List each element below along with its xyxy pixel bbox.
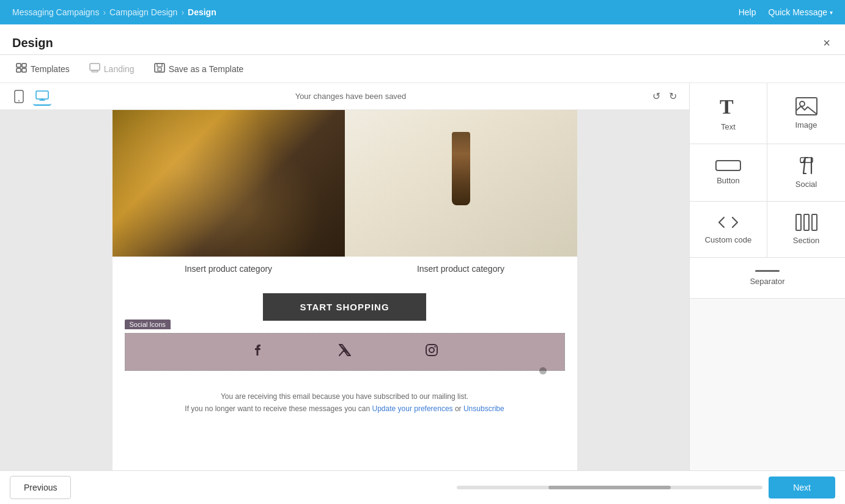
button-label: Button bbox=[717, 176, 740, 185]
social-icon bbox=[798, 156, 815, 175]
custom-code-label: Custom code bbox=[705, 235, 752, 244]
breadcrumb-campaign[interactable]: Campaign Design bbox=[109, 7, 177, 17]
section-label: Section bbox=[793, 236, 819, 245]
next-button[interactable]: Next bbox=[769, 477, 835, 499]
separator-label: Separator bbox=[750, 277, 784, 286]
desktop-view-button[interactable] bbox=[33, 87, 51, 106]
product-col-1: Insert product category bbox=[113, 110, 345, 281]
svg-rect-17 bbox=[716, 161, 740, 170]
cta-section: START SHOPPING bbox=[113, 281, 577, 333]
panel-item-social[interactable]: Social bbox=[767, 144, 845, 202]
svg-rect-0 bbox=[17, 64, 21, 67]
save-template-label: Save as a Template bbox=[169, 64, 244, 74]
quick-message-arrow-icon: ▾ bbox=[830, 9, 833, 16]
landing-label: Landing bbox=[104, 64, 135, 74]
previous-button[interactable]: Previous bbox=[10, 476, 71, 499]
svg-rect-7 bbox=[158, 68, 161, 71]
text-label: Text bbox=[721, 122, 736, 131]
top-navigation: Messaging Campaigns › Campaign Design › … bbox=[0, 0, 845, 24]
mobile-view-button[interactable] bbox=[10, 87, 28, 106]
content-area: Your changes have been saved ↺ ↻ Insert … bbox=[0, 83, 845, 470]
design-header: Design × bbox=[0, 24, 845, 55]
canvas-wrapper: Your changes have been saved ↺ ↻ Insert … bbox=[0, 83, 689, 470]
social-section: Social Icons bbox=[125, 333, 565, 371]
view-controls bbox=[10, 87, 51, 106]
product-label-2[interactable]: Insert product category bbox=[417, 257, 504, 281]
product-grid: Insert product category Insert product c… bbox=[113, 110, 577, 281]
image-label: Image bbox=[795, 120, 817, 130]
image-icon bbox=[795, 97, 817, 115]
breadcrumb: Messaging Campaigns › Campaign Design › … bbox=[12, 7, 216, 17]
svg-point-13 bbox=[434, 346, 435, 347]
undo-redo-controls: ↺ ↻ bbox=[650, 88, 679, 104]
cta-button[interactable]: START SHOPPING bbox=[263, 293, 426, 321]
social-label: Social bbox=[795, 180, 817, 189]
svg-rect-5 bbox=[92, 71, 98, 72]
panel-item-image[interactable]: Image bbox=[767, 83, 845, 144]
svg-rect-10 bbox=[36, 91, 48, 99]
breadcrumb-messaging[interactable]: Messaging Campaigns bbox=[12, 7, 99, 17]
panel-item-custom-code[interactable]: Custom code bbox=[690, 202, 767, 258]
separator-icon bbox=[755, 270, 780, 272]
button-icon bbox=[715, 160, 741, 171]
panel-item-separator[interactable]: Separator bbox=[690, 258, 845, 299]
redo-button[interactable]: ↻ bbox=[666, 88, 679, 104]
panel-item-section[interactable]: Section bbox=[767, 202, 845, 258]
unsubscribe-link[interactable]: Unsubscribe bbox=[463, 404, 504, 413]
svg-rect-4 bbox=[90, 64, 100, 70]
footer-line1: You are receiving this email because you… bbox=[137, 390, 553, 403]
right-panel: T Text Image bbox=[689, 83, 845, 470]
footer-text: You are receiving this email because you… bbox=[113, 381, 577, 425]
x-twitter-icon[interactable] bbox=[338, 343, 352, 360]
bottom-bar: Previous Next bbox=[0, 470, 845, 504]
svg-rect-1 bbox=[22, 64, 26, 67]
facebook-icon[interactable] bbox=[251, 343, 265, 360]
landing-button[interactable]: Landing bbox=[86, 60, 138, 78]
svg-rect-3 bbox=[22, 68, 26, 72]
product-col-2: Insert product category bbox=[345, 110, 577, 281]
text-icon: T bbox=[718, 95, 738, 117]
svg-text:T: T bbox=[720, 95, 734, 117]
update-prefs-link[interactable]: Update your preferences bbox=[372, 404, 453, 413]
product-label-1[interactable]: Insert product category bbox=[185, 257, 272, 281]
svg-rect-2 bbox=[17, 68, 21, 72]
canvas-scroll[interactable]: Insert product category Insert product c… bbox=[0, 110, 689, 470]
save-template-button[interactable]: Save as a Template bbox=[150, 60, 248, 78]
quick-message-dropdown[interactable]: Quick Message ▾ bbox=[769, 7, 833, 17]
footer-line2: If you no longer want to receive these m… bbox=[137, 403, 553, 415]
section-icon bbox=[795, 214, 817, 231]
panel-item-button[interactable]: Button bbox=[690, 144, 767, 202]
svg-point-12 bbox=[429, 348, 434, 352]
instagram-icon[interactable] bbox=[425, 343, 438, 360]
social-label-tag: Social Icons bbox=[125, 320, 171, 329]
templates-label: Templates bbox=[31, 64, 70, 74]
landing-icon bbox=[89, 63, 100, 75]
breadcrumb-sep1: › bbox=[103, 7, 106, 17]
undo-button[interactable]: ↺ bbox=[650, 88, 663, 104]
social-bar bbox=[125, 333, 565, 371]
main-container: Design × Templates Landing bbox=[0, 24, 845, 504]
email-canvas: Insert product category Insert product c… bbox=[113, 110, 577, 470]
custom-code-icon bbox=[717, 214, 740, 230]
svg-point-16 bbox=[800, 101, 805, 106]
save-template-icon bbox=[154, 63, 165, 75]
top-nav-right: Help Quick Message ▾ bbox=[739, 7, 833, 17]
help-link[interactable]: Help bbox=[739, 7, 756, 17]
templates-icon bbox=[16, 63, 27, 75]
panel-item-text[interactable]: T Text bbox=[690, 83, 767, 144]
close-button[interactable]: × bbox=[821, 34, 833, 53]
save-status: Your changes have been saved bbox=[295, 92, 407, 101]
breadcrumb-current: Design bbox=[188, 7, 216, 17]
canvas-toolbar: Your changes have been saved ↺ ↻ bbox=[0, 83, 689, 110]
toolbar-row: Templates Landing Save as a Template bbox=[0, 55, 845, 83]
page-title: Design bbox=[12, 36, 53, 50]
breadcrumb-sep2: › bbox=[181, 7, 184, 17]
product-image-2[interactable] bbox=[345, 110, 577, 257]
product-image-1[interactable] bbox=[113, 110, 345, 257]
svg-point-9 bbox=[18, 100, 20, 101]
templates-button[interactable]: Templates bbox=[12, 60, 73, 78]
